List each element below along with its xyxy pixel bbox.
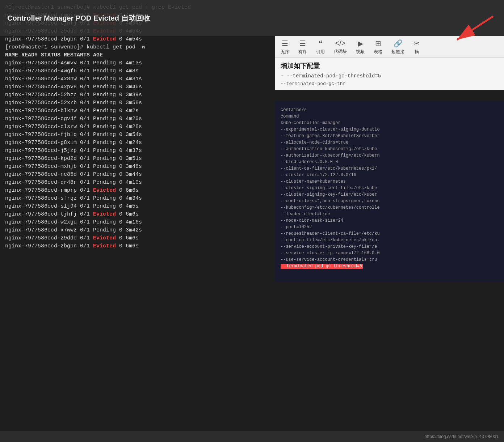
- code-line: --allocate-node-cidrs=true: [281, 139, 499, 146]
- terminal-line: nginx-7977586ccd-j5jzp 0/1 Pending 0 4m3…: [5, 147, 292, 155]
- code-line: --cluster-cidr=172.122.0.0/16: [281, 172, 499, 178]
- article-config-sub: - --terminated-pod-gc-threshold=5: [281, 73, 499, 79]
- code-line: kube-controller-manager: [281, 120, 499, 126]
- toolbar-item-ordered[interactable]: ☰ 有序: [298, 39, 307, 55]
- toolbar-item-code[interactable]: </> 代码块: [334, 39, 347, 55]
- terminal-line: nginx-7977586ccd-z9ddd 0/1 Evicted 0 6m6…: [5, 234, 292, 242]
- unordered-list-icon: ☰: [282, 39, 288, 48]
- code-line: --cluster-signing-cert-file=/etc/kube: [281, 185, 499, 191]
- toolbar-label-ordered: 有序: [298, 49, 307, 55]
- status-url: https://blog.csdn.net/weixin_43798031: [425, 434, 499, 439]
- terminal-line: nginx-7977586ccd-w2xgq 0/1 Pending 0 4m1…: [5, 218, 292, 226]
- code-line: --bind-address=0.0.0.0: [281, 159, 499, 165]
- terminal-line: nginx-7977586ccd-sfrqz 0/1 Pending 0 4m3…: [5, 195, 292, 203]
- terminal-line: nginx-7977586ccd-fjblq 0/1 Pending 0 3m5…: [5, 131, 292, 139]
- toolbar-label-video: 视频: [356, 49, 365, 55]
- terminal-line: nginx-7977586ccd-slj94 0/1 Pending 0 4m5…: [5, 203, 292, 211]
- terminal-line: nginx-7977586ccd-rmprp 0/1 Evicted 0 6m6…: [5, 187, 292, 195]
- toolbar-item-quote[interactable]: ❝ 引用: [316, 39, 325, 55]
- toolbar-label-code: 代码块: [334, 48, 347, 55]
- code-line: --kubeconfig=/etc/kubernetes/controlle: [281, 204, 499, 211]
- article-panel: 增加如下配置 - --terminated-pod-gc-threshold=5…: [275, 58, 504, 90]
- code-line: --authorization-kubeconfig=/etc/kubern: [281, 152, 499, 159]
- code-line: --use-service-account-credentials=tru: [281, 256, 499, 263]
- code-line: --cluster-name=kubernetes: [281, 178, 499, 185]
- terminal-line: nginx-7977586ccd-g8xlm 0/1 Pending 0 4m2…: [5, 139, 292, 147]
- terminal-line: nginx-7977586ccd-4wgf6 0/1 Pending 0 4m8…: [5, 67, 292, 75]
- code-line: --experimental-cluster-signing-duratio: [281, 126, 499, 133]
- terminal-line: nginx-7977586ccd-x7wwz 0/1 Pending 0 3m4…: [5, 226, 292, 234]
- code-line: --cluster-signing-key-file=/etc/kuber: [281, 191, 499, 198]
- terminal-line: nginx-7977586ccd-zbgbn 0/1 Evicted 0 4m5…: [5, 35, 292, 43]
- red-arrow-annotation: [435, 11, 500, 52]
- code-line: --controllers=*,bootstrapsigner,tokenc: [281, 198, 499, 204]
- terminal-line: nginx-7977586ccd-52xrb 0/1 Pending 0 3m5…: [5, 99, 292, 107]
- terminal-line: [root@master1 sunwenbo]# kubectl get pod…: [5, 43, 292, 51]
- terminal-line: NAME READY STATUS RESTARTS AGE: [5, 51, 292, 59]
- title-bar-text-container: Controller Manager POD Evicted 自动回收: [0, 0, 504, 36]
- code-line: --service-account-private-key-file=/e: [281, 243, 499, 250]
- toolbar-label-table: 表格: [374, 49, 382, 55]
- code-line: --authentication-kubeconfig=/etc/kube: [281, 146, 499, 152]
- code-line: --root-ca-file=/etc/kubernetes/pki/ca.: [281, 237, 499, 243]
- quote-icon: ❝: [319, 39, 323, 48]
- terminal-line: nginx-7977586ccd-cgv4f 0/1 Pending 0 4m2…: [5, 115, 292, 123]
- terminal-line: nginx-7977586ccd-4x8nw 0/1 Pending 0 4m3…: [5, 75, 292, 83]
- code-block-panel: containers command kube-controller-manag…: [275, 101, 504, 282]
- title-text: Controller Manager POD Evicted 自动回收: [7, 13, 150, 23]
- terminal-line: nginx-7977586ccd-mxhjb 0/1 Pending 0 3m4…: [5, 163, 292, 171]
- article-config-note: --terminated-pod-gc-thr: [281, 81, 499, 86]
- code-line: --feature-gates=RotateKubeletServerCer: [281, 133, 499, 139]
- terminal-line: nginx-7977586ccd-4xpv8 0/1 Pending 0 3m4…: [5, 83, 292, 91]
- toolbar-item-link[interactable]: 🔗 超链接: [391, 39, 404, 55]
- code-line: --leader-elect=true: [281, 211, 499, 217]
- code-line: --service-cluster-ip-range=172.168.0.0: [281, 250, 499, 256]
- terminal-line: nginx-7977586ccd-kpd2d 0/1 Pending 0 3m5…: [5, 155, 292, 163]
- terminal-line: nginx-7977586ccd-tjhfj 0/1 Evicted 0 6m6…: [5, 211, 292, 218]
- toolbar-label-clip: 摘: [415, 49, 419, 55]
- code-line: --node-cidr-mask-size=24: [281, 217, 499, 224]
- toolbar-label-link: 超链接: [391, 49, 404, 55]
- terminal-line: nginx-7977586ccd-zbgbn 0/1 Evicted 0 6m6…: [5, 242, 292, 250]
- code-line: --requestheader-client-ca-file=/etc/ku: [281, 230, 499, 237]
- toolbar-label-unordered: 无序: [281, 49, 289, 55]
- code-line: --port=10252: [281, 224, 499, 230]
- toolbar-item-unordered[interactable]: ☰ 无序: [281, 39, 289, 55]
- toolbar-item-clip[interactable]: ✂ 摘: [413, 39, 420, 55]
- terminal-line: nginx-7977586ccd-clsrw 0/1 Pending 0 4m2…: [5, 123, 292, 131]
- link-icon: 🔗: [394, 39, 403, 48]
- terminal-line: nginx-7977586ccd-qr48r 0/1 Pending 0 4m1…: [5, 179, 292, 187]
- article-config-heading: 增加如下配置: [281, 61, 499, 70]
- code-line: --client-ca-file=/etc/kubernetes/pki/: [281, 165, 499, 172]
- ordered-list-icon: ☰: [299, 39, 306, 48]
- video-icon: ▶: [358, 39, 363, 48]
- code-line: --terminated-pod-gc-threshold=5: [281, 263, 499, 269]
- terminal-panel: ^C[root@master1 sunwenbo]# kubectl get p…: [0, 0, 297, 442]
- terminal-line: nginx-7977586ccd-blknw 0/1 Pending 0 4m2…: [5, 107, 292, 115]
- toolbar-item-video[interactable]: ▶ 视频: [356, 39, 365, 55]
- toolbar-label-quote: 引用: [316, 49, 325, 55]
- terminal-line: nginx-7977586ccd-4smvv 0/1 Pending 0 4m1…: [5, 59, 292, 67]
- table-icon: ⊞: [375, 39, 381, 48]
- code-line: containers: [281, 107, 499, 113]
- terminal-line: nginx-7977586ccd-52hzc 0/1 Pending 0 3m3…: [5, 91, 292, 99]
- terminal-line: nginx-7977586ccd-nc85d 0/1 Pending 0 3m4…: [5, 171, 292, 179]
- code-icon: </>: [335, 39, 346, 47]
- clip-icon: ✂: [413, 39, 420, 48]
- code-line: command: [281, 113, 499, 120]
- toolbar-item-table[interactable]: ⊞ 表格: [374, 39, 382, 55]
- status-bar: https://blog.csdn.net/weixin_43798031: [0, 431, 504, 442]
